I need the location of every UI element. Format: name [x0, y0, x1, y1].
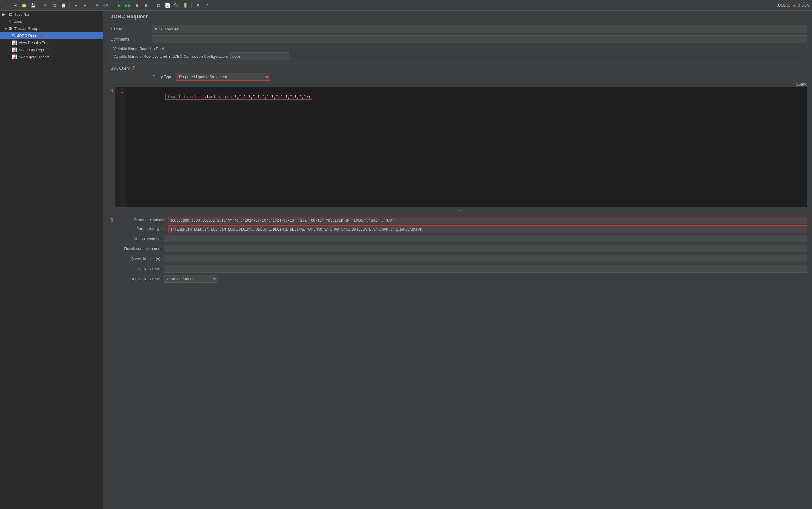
toolbar-copy-btn[interactable]: ⧉	[50, 1, 58, 9]
toolbar-paste-btn[interactable]: 📋	[60, 1, 67, 9]
sidebar-item-label: Test Plan	[14, 12, 30, 16]
query-label-row: Query:	[111, 82, 807, 87]
toolbar: 🗋 ⊞ 📂 💾 ✂ ⧉ 📋 + − ✏ ⌫ ▶ ▶▶ ⏸ ⏹ 🖥 📈 🔌 🔋 ≡…	[0, 0, 812, 11]
limit-resultset-row: Limit ResultSet:	[111, 265, 807, 273]
toolbar-cut-btn[interactable]: ✂	[42, 1, 49, 9]
toolbar-clear-btn[interactable]: ⌫	[103, 1, 110, 9]
handle-resultset-row: Handle ResultSet: Store as String	[111, 275, 807, 283]
sql-query-section: SQL Query 3 Query Type: Prepared Update …	[111, 65, 807, 216]
variable-bound-section: Variable Name Bound to Pool Variable Nam…	[111, 45, 807, 64]
toolbar-sep-5	[152, 2, 152, 8]
sidebar: ▶ 🗎 Test Plan ✕ doris ▾ ⚙ Thread Group ✎…	[0, 11, 104, 509]
expand-icon-2: ▾	[5, 26, 7, 31]
sidebar-item-jdbc-request[interactable]: ✎ JDBC Request	[0, 32, 103, 39]
query-type-label: Query Type:	[111, 75, 176, 79]
toolbar-disconnect-btn[interactable]: 🔋	[181, 1, 189, 9]
handle-resultset-label: Handle ResultSet:	[111, 277, 164, 281]
result-var-label: Result variable name:	[111, 246, 164, 251]
sidebar-item-label: Thread Group	[14, 26, 38, 31]
parameter-types-label: Parameter types:	[115, 226, 168, 231]
sql-code-highlight: insert into test.test values(?,?,?,?,?,?…	[165, 94, 312, 100]
variable-names-row: Variable names:	[111, 234, 807, 243]
sidebar-item-label: Summary Report	[19, 48, 48, 52]
limit-resultset-input[interactable]	[164, 265, 807, 273]
thread-group-icon: ⚙	[8, 26, 12, 31]
comments-label: Comments:	[111, 37, 152, 41]
toolbar-remote-btn[interactable]: 🖥	[155, 1, 162, 9]
comments-input[interactable]	[152, 35, 807, 43]
code-area[interactable]: insert into test.test values(?,?,?,?,?,?…	[126, 87, 807, 207]
expand-icon: ▶	[2, 12, 6, 16]
doris-icon: ✕	[8, 19, 12, 24]
sidebar-item-test-plan[interactable]: ▶ 🗎 Test Plan	[0, 11, 103, 18]
toolbar-errors: 0 0/0	[802, 3, 810, 7]
query-type-row: Query Type: Prepared Update Statement	[111, 72, 807, 81]
query-label: Query:	[796, 82, 807, 87]
toolbar-save-btn[interactable]: 💾	[29, 1, 37, 9]
toolbar-warnings: 0	[798, 3, 800, 7]
toolbar-remove-btn[interactable]: −	[81, 1, 89, 9]
toolbar-pause-btn[interactable]: ⏸	[133, 1, 141, 9]
toolbar-time-area: 00:00:00 ⚠ 0 0 0/0	[777, 3, 810, 8]
test-plan-icon: 🗎	[8, 12, 13, 16]
toolbar-stop-btn[interactable]: ⏹	[142, 1, 150, 9]
toolbar-template-btn[interactable]: ⊞	[11, 1, 19, 9]
parameter-values-row: 5 Parameter values:	[111, 216, 807, 224]
query-timeout-row: Query timeout (s):	[111, 254, 807, 263]
sidebar-item-view-results-tree[interactable]: 📊 View Results Tree	[0, 39, 103, 46]
sidebar-item-label: JDBC Request	[17, 33, 43, 38]
variable-bound-title: Variable Name Bound to Pool	[113, 46, 805, 51]
handle-resultset-select[interactable]: Store as String	[164, 275, 217, 283]
content-title: JDBC Request	[106, 11, 812, 22]
query-type-select[interactable]: Prepared Update Statement	[176, 72, 270, 81]
sidebar-resize-handle[interactable]: ⋮	[104, 11, 106, 509]
sidebar-item-summary-report[interactable]: 📊 Summary Report	[0, 46, 103, 53]
toolbar-run-btn[interactable]: ▶	[115, 1, 123, 9]
toolbar-list-btn[interactable]: ≡	[194, 1, 202, 9]
toolbar-help-btn[interactable]: ?	[203, 1, 211, 9]
sidebar-item-aggregate-report[interactable]: 📊 Aggregate Report	[0, 53, 103, 60]
query-timeout-input[interactable]	[164, 255, 807, 263]
resize-handle-query[interactable]: ⋯	[115, 207, 807, 214]
sql-query-header: SQL Query 3	[111, 65, 807, 71]
toolbar-connect-btn[interactable]: 🔌	[173, 1, 180, 9]
name-label: Name:	[111, 27, 152, 31]
pool-label: Variable Name of Pool declared in JDBC C…	[113, 54, 228, 59]
aggregate-icon: 📊	[12, 55, 17, 59]
toolbar-add-btn[interactable]: +	[72, 1, 80, 9]
line-numbers: 1	[115, 87, 126, 207]
toolbar-open-btn[interactable]: 📂	[20, 1, 28, 9]
sidebar-item-label: doris	[13, 19, 22, 24]
toolbar-draw-btn[interactable]: ✏	[94, 1, 102, 9]
pool-input[interactable]	[230, 53, 290, 60]
name-input[interactable]	[152, 25, 807, 33]
name-row: Name:	[111, 25, 807, 33]
toolbar-run-no-pause-btn[interactable]: ▶▶	[124, 1, 132, 9]
parameter-values-input[interactable]	[168, 216, 807, 224]
main-layout: ▶ 🗎 Test Plan ✕ doris ▾ ⚙ Thread Group ✎…	[0, 11, 812, 509]
parameter-types-input[interactable]	[168, 226, 807, 233]
toolbar-sep-1	[39, 2, 39, 8]
comments-row: Comments:	[111, 35, 807, 43]
step-4-marker: 4	[111, 89, 113, 94]
summary-icon: 📊	[12, 47, 17, 52]
results-tree-icon: 📊	[12, 40, 17, 45]
sidebar-item-label: View Results Tree	[19, 40, 50, 45]
result-var-input[interactable]	[164, 245, 807, 252]
sidebar-item-doris[interactable]: ✕ doris	[0, 18, 103, 25]
toolbar-time-display: 00:00:00	[777, 3, 791, 7]
warning-icon: ⚠	[792, 3, 796, 8]
sidebar-item-thread-group[interactable]: ▾ ⚙ Thread Group	[0, 25, 103, 32]
variable-names-input[interactable]	[164, 235, 807, 242]
toolbar-monitor-btn[interactable]: 📈	[163, 1, 171, 9]
form-area: Name: Comments: Variable Name Bound to P…	[106, 22, 812, 509]
limit-resultset-label: Limit ResultSet:	[111, 267, 164, 271]
toolbar-sep-3	[91, 2, 91, 8]
toolbar-new-btn[interactable]: 🗋	[2, 1, 10, 9]
pool-name-row: Variable Name of Pool declared in JDBC C…	[113, 52, 805, 60]
toolbar-sep-6	[191, 2, 192, 8]
parameter-types-row: Parameter types:	[111, 226, 807, 233]
query-timeout-label: Query timeout (s):	[111, 257, 164, 261]
step-5-marker: 5	[111, 216, 113, 223]
variable-names-label: Variable names:	[111, 236, 164, 241]
